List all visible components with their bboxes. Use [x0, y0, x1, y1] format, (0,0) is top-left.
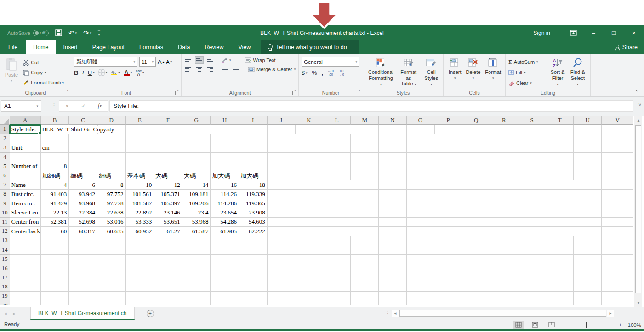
cell-B6[interactable]: 加細碼 [41, 171, 69, 180]
cell-G7[interactable]: 14 [182, 180, 211, 190]
cell-U15[interactable] [574, 255, 602, 264]
comma-style-button[interactable]: , [322, 70, 323, 76]
cell-L15[interactable] [323, 255, 351, 264]
cell-A9[interactable]: Hem circ._ [10, 199, 41, 208]
cell-E4[interactable] [126, 153, 154, 162]
cell-C5[interactable] [69, 162, 97, 171]
cell-U10[interactable] [574, 208, 602, 218]
cell-V17[interactable] [602, 273, 633, 282]
cell-O14[interactable] [407, 245, 435, 254]
cell-H17[interactable] [211, 273, 239, 282]
cell-O15[interactable] [407, 255, 435, 264]
cell-T12[interactable] [546, 227, 574, 236]
cell-F18[interactable] [154, 282, 182, 292]
cell-R15[interactable] [490, 255, 519, 264]
cell-E11[interactable]: 53.333 [126, 218, 154, 227]
cell-S1[interactable] [518, 125, 546, 134]
row-header-4[interactable]: 4 [0, 153, 10, 162]
tab-page-layout[interactable]: Page Layout [85, 40, 132, 54]
cell-O11[interactable] [407, 218, 435, 227]
cell-A19[interactable] [10, 292, 41, 301]
cell-M13[interactable] [351, 236, 379, 245]
tab-view[interactable]: View [231, 40, 258, 54]
cell-F6[interactable]: 大碼 [154, 171, 182, 180]
autosum-button[interactable]: Σ AutoSum ▾ [508, 57, 548, 67]
cell-L12[interactable] [323, 227, 351, 236]
cell-O3[interactable] [407, 143, 435, 152]
cell-P2[interactable] [434, 134, 462, 143]
cell-N2[interactable] [379, 134, 407, 143]
cell-U19[interactable] [574, 292, 602, 301]
cell-B7[interactable]: 4 [41, 180, 69, 190]
clipboard-dialog-launcher[interactable] [65, 91, 69, 95]
cell-S9[interactable] [518, 199, 546, 208]
cell-B17[interactable] [41, 273, 69, 282]
cell-C10[interactable]: 22.384 [69, 208, 97, 218]
cell-V4[interactable] [602, 153, 633, 162]
col-header-P[interactable]: P [434, 116, 462, 125]
cell-S6[interactable] [518, 171, 546, 180]
scroll-up-icon[interactable]: ▲ [634, 116, 643, 124]
cell-O19[interactable] [407, 292, 435, 301]
cell-M10[interactable] [351, 208, 379, 218]
cell-P4[interactable] [434, 153, 462, 162]
cell-B8[interactable]: 91.403 [41, 190, 69, 199]
cell-M15[interactable] [351, 255, 379, 264]
cell-G18[interactable] [182, 282, 211, 292]
cell-L9[interactable] [323, 199, 351, 208]
cell-A12[interactable]: Center back [10, 227, 41, 236]
col-header-M[interactable]: M [351, 116, 379, 125]
col-header-A[interactable]: A [10, 116, 41, 125]
format-cells-button[interactable]: Format ▾ [483, 56, 503, 88]
cell-B20[interactable] [41, 301, 69, 305]
cell-I4[interactable] [239, 153, 268, 162]
cell-S15[interactable] [518, 255, 546, 264]
align-center-button[interactable] [195, 66, 203, 73]
row-header-7[interactable]: 7 [0, 180, 10, 190]
cell-F5[interactable] [154, 162, 182, 171]
cell-K1[interactable] [296, 125, 324, 134]
cell-S2[interactable] [518, 134, 546, 143]
cell-T19[interactable] [546, 292, 574, 301]
cell-F19[interactable] [154, 292, 182, 301]
cell-E10[interactable]: 22.892 [126, 208, 154, 218]
cell-K17[interactable] [295, 273, 323, 282]
cell-F8[interactable]: 105.371 [154, 190, 182, 199]
cell-R12[interactable] [490, 227, 519, 236]
cell-B18[interactable] [41, 282, 69, 292]
col-header-U[interactable]: U [574, 116, 602, 125]
cell-E16[interactable] [126, 264, 154, 273]
cell-B12[interactable]: 60 [41, 227, 69, 236]
cell-Q18[interactable] [462, 282, 490, 292]
col-header-L[interactable]: L [323, 116, 351, 125]
minimize-button[interactable]: – [583, 25, 604, 40]
new-sheet-button[interactable]: + [147, 310, 154, 317]
cell-V19[interactable] [602, 292, 633, 301]
cell-L4[interactable] [323, 153, 351, 162]
cell-J2[interactable] [268, 134, 296, 143]
cell-B3[interactable]: cm [41, 143, 69, 152]
cell-M9[interactable] [351, 199, 379, 208]
cell-F12[interactable]: 61.27 [154, 227, 182, 236]
cell-Q6[interactable] [462, 171, 490, 180]
cell-V13[interactable] [602, 236, 633, 245]
page-break-view-button[interactable] [547, 321, 557, 329]
cell-T7[interactable] [546, 180, 574, 190]
cell-B4[interactable] [41, 153, 69, 162]
cell-M6[interactable] [351, 171, 379, 180]
page-layout-view-button[interactable] [530, 321, 540, 329]
cell-M7[interactable] [351, 180, 379, 190]
cell-V20[interactable] [602, 301, 633, 305]
tab-review[interactable]: Review [197, 40, 231, 54]
cell-R4[interactable] [490, 153, 519, 162]
cell-D12[interactable]: 60.635 [97, 227, 126, 236]
col-header-D[interactable]: D [97, 116, 126, 125]
bottom-align-button[interactable] [206, 57, 214, 63]
cell-I2[interactable] [239, 134, 268, 143]
row-header-16[interactable]: 16 [0, 264, 10, 273]
cell-G20[interactable] [182, 301, 211, 305]
cell-J18[interactable] [268, 282, 296, 292]
cell-T11[interactable] [546, 218, 574, 227]
cell-L2[interactable] [323, 134, 351, 143]
row-header-20[interactable]: 20 [0, 301, 10, 305]
